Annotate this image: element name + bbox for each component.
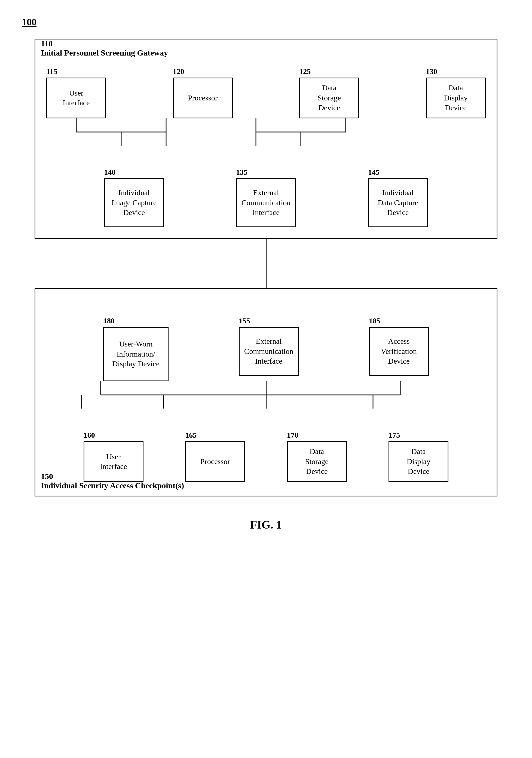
box-num-155: 155 xyxy=(239,317,250,325)
box-num-170: 170 xyxy=(287,431,299,439)
box-data-display-175: DataDisplayDevice xyxy=(389,441,448,482)
box-num-145: 145 xyxy=(368,168,379,177)
box-image-capture-140: IndividualImage CaptureDevice xyxy=(104,178,164,227)
box-num-160: 160 xyxy=(84,431,95,439)
top-connectors-svg xyxy=(46,119,487,146)
bottom-connectors-svg xyxy=(46,381,487,408)
box-num-185: 185 xyxy=(369,317,380,325)
box-user-interface-115: UserInterface xyxy=(46,78,106,119)
box-num-140: 140 xyxy=(104,168,116,177)
diagram-container: 110 Initial Personnel Screening Gateway … xyxy=(22,39,510,531)
box-num-125: 125 xyxy=(299,67,311,76)
box-ext-comm-155: ExternalCommunicationInterface xyxy=(239,327,299,376)
bottom-gateway-label: 150 Individual Security Access Checkpoin… xyxy=(41,472,184,490)
box-num-175: 175 xyxy=(389,431,400,439)
top-gateway-label: 110 Initial Personnel Screening Gateway xyxy=(41,39,168,57)
box-num-135: 135 xyxy=(236,168,247,177)
box-num-120: 120 xyxy=(173,67,184,76)
mid-row-180-155-185: 180 User-WornInformation/Display Device … xyxy=(46,313,486,381)
top-gateway-box: 110 Initial Personnel Screening Gateway … xyxy=(35,39,497,239)
box-num-115: 115 xyxy=(46,67,57,76)
inter-gateway-connector xyxy=(266,239,266,288)
fig-label: FIG. 1 xyxy=(250,518,282,531)
box-user-worn-180: User-WornInformation/Display Device xyxy=(103,327,168,381)
box-num-165: 165 xyxy=(185,431,196,439)
box-access-verify-185: AccessVerificationDevice xyxy=(369,327,429,376)
bottom-gateway-box: 180 User-WornInformation/Display Device … xyxy=(35,288,497,497)
box-data-capture-145: IndividualData CaptureDevice xyxy=(368,178,428,227)
box-num-180: 180 xyxy=(103,317,115,325)
box-processor-165: Processor xyxy=(185,441,245,482)
page-number: 100 xyxy=(22,16,510,28)
top-row: 115 UserInterface 120 Processor 125 Data… xyxy=(46,64,486,119)
box-processor-120: Processor xyxy=(173,78,233,119)
box-data-display-130: DataDisplayDevice xyxy=(426,78,486,119)
box-data-storage-170: DataStorageDevice xyxy=(287,441,347,482)
bottom-row-140-135-145: 140 IndividualImage CaptureDevice 135 Ex… xyxy=(46,167,486,227)
box-num-130: 130 xyxy=(426,67,437,76)
box-ext-comm-135: ExternalCommunicationInterface xyxy=(236,178,296,227)
box-data-storage-125: DataStorageDevice xyxy=(299,78,359,119)
